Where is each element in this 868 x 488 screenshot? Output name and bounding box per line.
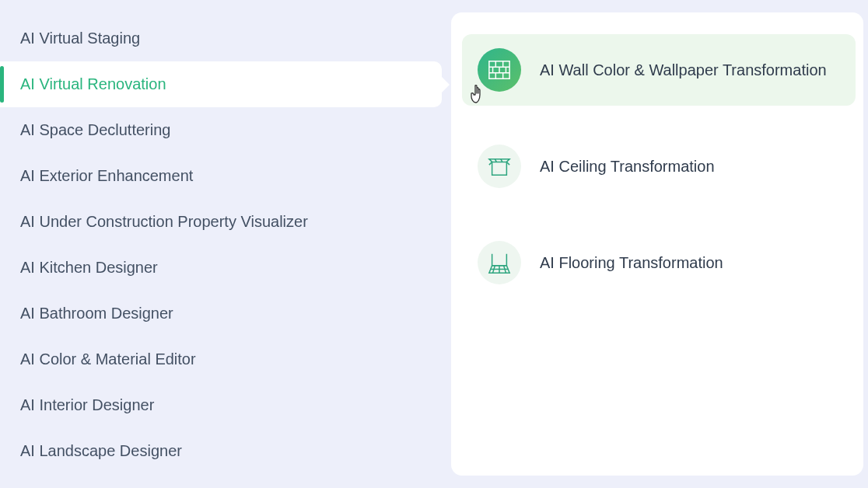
sidebar-item-interior-designer[interactable]: AI Interior Designer	[0, 382, 442, 428]
sidebar-item-color-material-editor[interactable]: AI Color & Material Editor	[0, 336, 442, 382]
sidebar-item-under-construction-visualizer[interactable]: AI Under Construction Property Visualize…	[0, 199, 442, 245]
sidebar-item-virtual-staging[interactable]: AI Virtual Staging	[0, 16, 442, 61]
sidebar-item-landscape-designer[interactable]: AI Landscape Designer	[0, 428, 442, 474]
ceiling-icon	[478, 145, 521, 188]
sidebar-item-exterior-enhancement[interactable]: AI Exterior Enhancement	[0, 153, 442, 199]
sidebar-item-bathroom-designer[interactable]: AI Bathroom Designer	[0, 291, 442, 336]
sub-item-flooring[interactable]: AI Flooring Transformation	[462, 227, 856, 298]
sub-item-wall-color-wallpaper[interactable]: AI Wall Color & Wallpaper Transformation	[462, 34, 856, 106]
sub-panel: AI Wall Color & Wallpaper Transformation…	[451, 12, 863, 476]
sub-item-label: AI Wall Color & Wallpaper Transformation	[540, 61, 827, 79]
brick-wall-icon	[478, 48, 521, 92]
flooring-icon	[478, 241, 521, 284]
sidebar-item-space-decluttering[interactable]: AI Space Decluttering	[0, 107, 442, 153]
sub-item-label: AI Flooring Transformation	[540, 254, 723, 272]
sub-item-label: AI Ceiling Transformation	[540, 158, 715, 176]
sidebar: AI Virtual Staging AI Virtual Renovation…	[0, 0, 451, 488]
sidebar-item-kitchen-designer[interactable]: AI Kitchen Designer	[0, 245, 442, 291]
sidebar-item-virtual-renovation[interactable]: AI Virtual Renovation	[0, 61, 442, 107]
sub-item-ceiling[interactable]: AI Ceiling Transformation	[462, 131, 856, 202]
